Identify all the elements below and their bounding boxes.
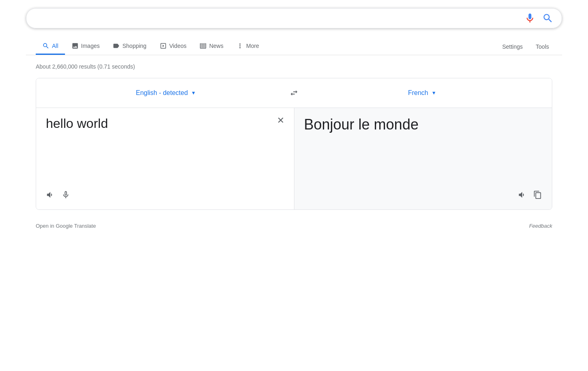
- news-tab-icon: [199, 42, 207, 50]
- tab-more[interactable]: More: [230, 38, 266, 55]
- target-lang-container: French ▼: [302, 89, 542, 97]
- tab-all-label: All: [52, 43, 58, 49]
- source-lang-label: English - detected: [136, 89, 188, 97]
- shopping-tab-icon: [112, 42, 120, 50]
- translate-content: hello world ✕: [36, 108, 552, 209]
- source-lang-container: English - detected ▼: [46, 89, 286, 97]
- feedback-link[interactable]: Feedback: [529, 223, 552, 229]
- target-lang-label: French: [408, 89, 428, 97]
- image-tab-icon: [71, 42, 79, 50]
- translate-header: English - detected ▼ French ▼: [36, 78, 552, 108]
- nav-tabs: All Images Shopping Videos: [26, 33, 562, 55]
- translate-footer: Open in Google Translate Feedback: [26, 218, 562, 234]
- source-lang-button[interactable]: English - detected ▼: [136, 89, 196, 97]
- tab-videos-label: Videos: [169, 43, 187, 49]
- source-text-value: hello world: [46, 116, 108, 131]
- copy-translation-button[interactable]: [533, 190, 542, 201]
- tab-news-label: News: [209, 43, 223, 49]
- search-icon[interactable]: [542, 13, 553, 24]
- target-lang-button[interactable]: French ▼: [408, 89, 437, 97]
- search-icons: [524, 13, 553, 24]
- clear-source-button[interactable]: ✕: [277, 116, 284, 125]
- target-lang-chevron: ▼: [431, 90, 436, 96]
- source-mic-button[interactable]: [61, 190, 70, 201]
- tools-link[interactable]: Tools: [532, 39, 552, 54]
- results-info: About 2,660,000 results (0.71 seconds): [26, 63, 562, 70]
- search-tab-icon: [42, 42, 50, 50]
- tab-shopping-label: Shopping: [122, 43, 146, 49]
- tab-images[interactable]: Images: [65, 38, 106, 55]
- translation-audio-button[interactable]: [518, 190, 527, 201]
- tab-news[interactable]: News: [193, 38, 230, 55]
- settings-link[interactable]: Settings: [499, 39, 526, 54]
- more-tab-icon: [236, 42, 244, 50]
- nav-right: Settings Tools: [499, 39, 552, 54]
- tab-images-label: Images: [81, 43, 100, 49]
- tab-more-label: More: [246, 43, 259, 49]
- translate-right-panel: Bonjour le monde: [294, 108, 552, 209]
- video-tab-icon: [160, 42, 167, 50]
- translate-box: English - detected ▼ French ▼: [36, 78, 552, 210]
- translate-card: English - detected ▼ French ▼: [26, 78, 562, 210]
- tab-videos[interactable]: Videos: [153, 38, 193, 55]
- search-bar: how do I say "hello world" in french: [26, 8, 562, 28]
- tab-all[interactable]: All: [36, 38, 65, 55]
- swap-languages-button[interactable]: [286, 85, 302, 101]
- translation-actions: [304, 186, 543, 201]
- translate-left-panel: hello world ✕: [36, 108, 294, 209]
- translated-text-value: Bonjour le monde: [304, 116, 543, 186]
- mic-icon[interactable]: [524, 13, 536, 24]
- open-in-google-translate-link[interactable]: Open in Google Translate: [36, 223, 96, 229]
- source-text-container: hello world ✕: [46, 116, 284, 186]
- tab-shopping[interactable]: Shopping: [106, 38, 153, 55]
- source-lang-chevron: ▼: [191, 90, 196, 96]
- search-input[interactable]: how do I say "hello world" in french: [35, 14, 524, 23]
- source-audio-button[interactable]: [46, 190, 55, 201]
- source-actions: [46, 186, 284, 201]
